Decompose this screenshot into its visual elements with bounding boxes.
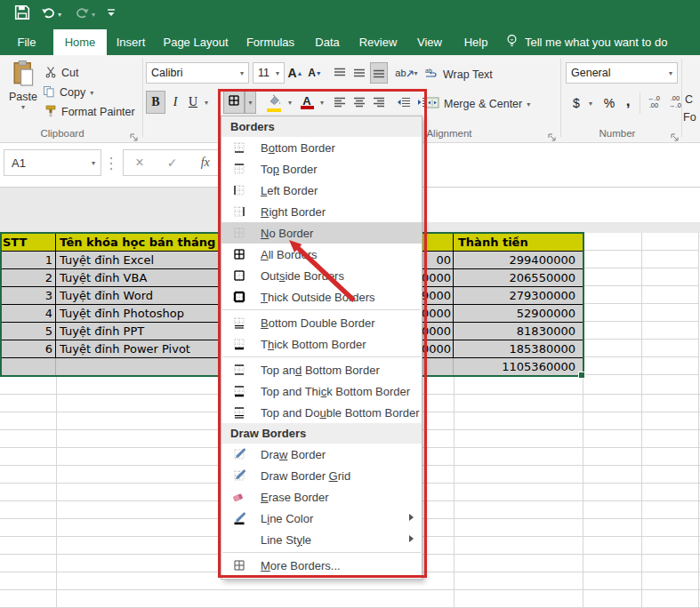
increase-decimal-button[interactable]: ←.0.00	[644, 95, 664, 109]
clipboard-dialog-launcher[interactable]	[130, 130, 139, 139]
tab-data[interactable]: Data	[308, 29, 347, 55]
copy-button[interactable]: Copy ▾	[43, 84, 93, 100]
tab-help[interactable]: Help	[457, 29, 495, 55]
decrease-decimal-button[interactable]: .00→.0	[665, 95, 685, 109]
menu-item-bottom-double-border[interactable]: Bottom Double Border	[221, 312, 422, 333]
decrease-indent-button[interactable]	[394, 91, 414, 114]
cell-amount[interactable]: 206550000	[454, 269, 583, 287]
save-button[interactable]	[14, 4, 30, 24]
cut-button[interactable]: Cut	[44, 65, 78, 81]
format-painter-button[interactable]: Format Painter	[44, 104, 135, 120]
menu-item-top-and-thick-bottom-border[interactable]: Top and Thick Bottom Border	[221, 380, 422, 402]
paste-button[interactable]: Paste ▾	[5, 60, 41, 111]
borders-button[interactable]	[223, 91, 245, 114]
comma-style-button[interactable]: ,	[621, 91, 635, 112]
menu-item-top-and-bottom-border[interactable]: Top and Bottom Border	[221, 359, 422, 380]
underline-caret[interactable]: ▾	[201, 91, 212, 114]
fill-color-button[interactable]	[263, 91, 285, 114]
middle-align-button[interactable]	[350, 62, 368, 84]
menu-item-outside-borders[interactable]: Outside Borders	[221, 265, 422, 286]
menu-item-line-style[interactable]: Line Style	[221, 529, 422, 550]
menu-item-thick-outside-borders[interactable]: Thick Outside Borders	[221, 286, 422, 308]
menu-item-thick-bottom-border[interactable]: Thick Bottom Border	[221, 333, 422, 355]
font-color-button[interactable]: A	[297, 91, 317, 114]
menu-item-draw-border[interactable]: Draw Border	[221, 444, 422, 465]
menu-item-top-and-double-bottom-border[interactable]: Top and Double Bottom Border	[221, 402, 422, 423]
draw-border-label: Draw Border	[261, 448, 326, 461]
tab-home[interactable]: Home	[53, 29, 107, 55]
cell-stt[interactable]: 4	[0, 305, 56, 323]
menu-item-right-border[interactable]: Right Border	[221, 201, 422, 222]
menu-item-erase-border[interactable]: Erase Border	[221, 486, 422, 508]
font-name-select[interactable]: Calibri ▾	[146, 62, 249, 84]
fill-color-caret[interactable]: ▾	[285, 91, 295, 114]
tab-page-layout[interactable]: Page Layout	[158, 29, 233, 55]
menu-item-all-borders[interactable]: All Borders	[221, 244, 422, 265]
total-amount-cell[interactable]: 1105360000	[454, 358, 583, 376]
number-dialog-launcher[interactable]	[671, 130, 680, 139]
menu-item-draw-border-grid[interactable]: Draw Border Grid	[221, 465, 422, 486]
menu-item-line-color[interactable]: Line Color	[221, 508, 422, 529]
cell-amount[interactable]: 52900000	[454, 305, 583, 323]
selection-fill-handle[interactable]	[578, 372, 585, 379]
customize-quick-access-button[interactable]	[106, 4, 117, 24]
all-borders-icon	[232, 247, 246, 261]
align-center-button[interactable]	[350, 91, 368, 114]
align-left-button[interactable]	[331, 91, 349, 114]
tab-file[interactable]: File	[7, 29, 46, 55]
merge-center-button[interactable]: Merge & Center ▾	[425, 96, 530, 112]
conditional-formatting-button-clipped[interactable]: C Fo	[685, 91, 696, 126]
italic-button[interactable]: I	[167, 91, 183, 114]
undo-button[interactable]: ▾	[41, 4, 61, 24]
accounting-format-button[interactable]: $	[567, 92, 585, 114]
cell-stt[interactable]: 5	[0, 323, 56, 340]
number-format-select[interactable]: General ▾	[566, 62, 678, 84]
name-box[interactable]: A1 ▾	[4, 149, 101, 176]
orientation-button[interactable]: ab ▾	[395, 62, 418, 84]
header-amount[interactable]: Thành tiền	[454, 234, 583, 252]
underline-button[interactable]: U	[185, 91, 201, 114]
font-size-select[interactable]: 11 ▾	[253, 62, 285, 84]
cell-amount[interactable]: 185380000	[454, 340, 583, 358]
accounting-format-caret[interactable]: ▾	[585, 92, 596, 114]
number-format-caret-icon: ▾	[669, 69, 672, 77]
top-align-button[interactable]	[331, 62, 349, 84]
cell-amount[interactable]: 279300000	[454, 287, 583, 305]
menu-item-no-border[interactable]: No Border	[221, 222, 422, 244]
cell-amount[interactable]: 81830000	[454, 323, 583, 340]
cell-amount[interactable]: 299400000	[454, 252, 583, 269]
tab-formulas[interactable]: Formulas	[240, 29, 301, 55]
cell-stt[interactable]: 6	[0, 340, 56, 358]
total-stt-cell[interactable]	[0, 358, 56, 376]
tab-view[interactable]: View	[409, 29, 450, 55]
decrease-font-size-button[interactable]: A▼	[306, 62, 324, 84]
formula-bar-splitter[interactable]	[109, 156, 114, 175]
tab-review[interactable]: Review	[354, 29, 402, 55]
bold-button[interactable]: B	[146, 91, 165, 114]
cancel-icon[interactable]: ×	[135, 155, 143, 171]
borders-caret[interactable]: ▾	[245, 91, 256, 114]
increase-font-size-button[interactable]: A▲	[286, 62, 304, 84]
menu-item-left-border[interactable]: Left Border	[221, 180, 422, 201]
menu-item-bottom-border[interactable]: Bottom Border	[221, 137, 422, 158]
header-stt[interactable]: STT	[0, 234, 56, 252]
font-color-caret[interactable]: ▾	[317, 91, 327, 114]
enter-icon[interactable]: ✓	[167, 156, 178, 170]
redo-button[interactable]: ▾	[75, 4, 95, 24]
insert-function-icon[interactable]: fx	[201, 156, 210, 170]
cell-stt[interactable]: 3	[0, 287, 56, 305]
wrap-text-icon: ab	[425, 68, 439, 83]
cell-stt[interactable]: 2	[0, 269, 56, 287]
alignment-dialog-launcher[interactable]	[548, 130, 557, 139]
bottom-align-button[interactable]	[370, 62, 388, 84]
gridline	[56, 377, 57, 608]
cell-stt[interactable]: 1	[0, 252, 56, 269]
wrap-text-button[interactable]: ab Wrap Text	[425, 67, 493, 83]
percent-style-button[interactable]: %	[599, 92, 619, 114]
menu-item-top-border[interactable]: Top Border	[221, 158, 422, 180]
font-size-value: 11	[258, 67, 270, 79]
tab-insert[interactable]: Insert	[110, 29, 151, 55]
tell-me-box[interactable]: Tell me what you want to do	[505, 29, 667, 55]
menu-item-more-borders[interactable]: More Borders...	[221, 555, 422, 576]
align-right-button[interactable]	[370, 91, 388, 114]
